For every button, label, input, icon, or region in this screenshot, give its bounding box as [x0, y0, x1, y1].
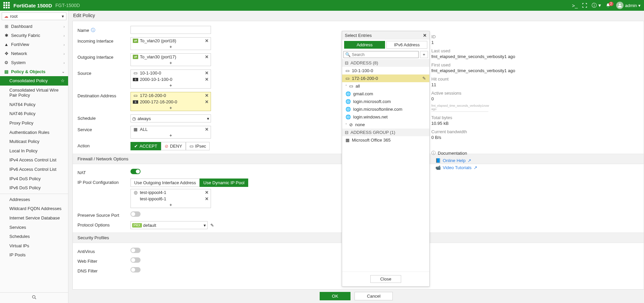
popup-item-10-1-100-0[interactable]: ▭10-1-100-0: [342, 67, 429, 74]
sidebar-item-consolidated-policy[interactable]: Consolidated Policy☆: [0, 76, 68, 86]
sidebar-item-proxy-policy[interactable]: Proxy Policy: [0, 118, 68, 128]
popup-close-button[interactable]: Close: [370, 275, 401, 283]
popup-item-login-microsoft-com[interactable]: 🌐login.microsoft.com: [342, 98, 429, 105]
use-outgoing-address-button[interactable]: Use Outgoing Interface Address: [130, 179, 200, 187]
tab-address[interactable]: Address: [344, 41, 385, 49]
add-outgoing-button[interactable]: +: [131, 60, 211, 66]
remove-icon[interactable]: ✕: [205, 99, 209, 104]
popup-item-login-windows-net[interactable]: 🌐login.windows.net: [342, 113, 429, 121]
webfilter-toggle[interactable]: [130, 257, 141, 263]
star-icon[interactable]: ☆: [61, 78, 65, 84]
add-service-button[interactable]: +: [131, 133, 211, 138]
outgoing-interface-box[interactable]: ⇄ To_vlan30 (port17) ✕ +: [130, 53, 211, 66]
ippool-box[interactable]: ◎test-ippool4-1✕ test-ippool6-1✕ +: [130, 189, 211, 208]
ok-button[interactable]: OK: [320, 292, 351, 300]
video-tutorials-link[interactable]: 📹 Video Tutorials ↗: [435, 165, 525, 170]
sidebar-item-multicast-policy[interactable]: Multicast Policy: [0, 137, 68, 146]
schedule-select[interactable]: ◷ always ▾: [130, 114, 211, 122]
sidebar-item-addresses[interactable]: Addresses: [0, 195, 68, 204]
nav-item-policy-objects[interactable]: ▤Policy & Objects⌄: [0, 67, 68, 76]
incoming-interface-box[interactable]: ⇄ To_vlan20 (port18) ✕ +: [130, 37, 211, 50]
remove-icon[interactable]: ✕: [205, 54, 209, 59]
address-grp-header[interactable]: ⊟ ADDRESS GROUP (1): [342, 129, 429, 136]
remove-icon[interactable]: ✕: [205, 196, 209, 201]
tab-ipv6-address[interactable]: IPv6 Address: [386, 41, 427, 49]
destination-box[interactable]: ▭172-16-200-0✕ 62000-172-16-200-0✕ +: [130, 92, 211, 111]
dnsfilter-label: DNS Filter: [77, 268, 98, 273]
search-icon: 🔍: [345, 52, 351, 57]
sidebar-item-schedules[interactable]: Schedules: [0, 232, 68, 241]
svg-rect-3: [3, 4, 5, 6]
sidebar-item-ipv-dos-policy[interactable]: IPv6 DoS Policy: [0, 183, 68, 193]
nav-item-fortiview[interactable]: ▲FortiView›: [0, 40, 68, 49]
accept-button[interactable]: ✔ACCEPT: [130, 142, 161, 150]
online-help-link[interactable]: 📘 Online Help ↗: [435, 158, 525, 163]
ipv6-address-icon: 6: [133, 100, 138, 104]
popup-item-none[interactable]: *⊘none: [342, 121, 429, 129]
deny-button[interactable]: ⊘DENY: [161, 142, 186, 150]
remove-icon[interactable]: ✕: [205, 93, 209, 98]
name-input[interactable]: [130, 26, 211, 34]
popup-item-gmail-com[interactable]: 🌐gmail.com: [342, 90, 429, 98]
sidebar-item-wildcard-fqdn-addresses[interactable]: Wildcard FQDN Addresses: [0, 204, 68, 213]
remove-icon[interactable]: ✕: [205, 77, 209, 82]
use-dynamic-pool-button[interactable]: Use Dynamic IP Pool: [200, 179, 248, 187]
book-icon: 📘: [435, 158, 441, 163]
destination-label: Destination Address: [77, 93, 116, 98]
sidebar-item-ipv-access-control-list[interactable]: IPv6 Access Control List: [0, 165, 68, 174]
preserve-port-toggle[interactable]: [130, 211, 141, 217]
help-icon[interactable]: ⓘ ▾: [592, 2, 601, 9]
add-source-button[interactable]: +: [131, 83, 211, 88]
cli-icon[interactable]: >_: [572, 3, 578, 8]
dnsfilter-toggle[interactable]: [130, 267, 141, 272]
nav-item-network[interactable]: ✥Network›: [0, 49, 68, 58]
antivirus-toggle[interactable]: [130, 248, 141, 253]
sidebar-item-services[interactable]: Services: [0, 223, 68, 232]
sidebar-item-internet-service-database[interactable]: Internet Service Database: [0, 213, 68, 223]
remove-icon[interactable]: ✕: [205, 38, 209, 43]
sidebar-item-consolidated-virtual-wire-pair-policy[interactable]: Consolidated Virtual Wire Pair Policy: [0, 86, 68, 100]
edit-icon[interactable]: ✎: [422, 76, 426, 81]
popup-item-microsoft-office-365[interactable]: ▦Microsoft Office 365: [342, 136, 429, 144]
fullscreen-icon[interactable]: [582, 3, 587, 8]
avatar-icon[interactable]: [616, 2, 624, 9]
protocol-select[interactable]: PRX default ▾: [130, 221, 208, 229]
edit-protocol-icon[interactable]: ✎: [210, 223, 214, 228]
notification-bell-icon[interactable]: 2: [606, 3, 610, 8]
admin-menu-caret-icon[interactable]: ▾: [638, 3, 641, 8]
popup-search-input[interactable]: [352, 52, 417, 57]
sidebar-item-ipv-access-control-list[interactable]: IPv4 Access Control List: [0, 155, 68, 165]
popup-item-all[interactable]: *▭all: [342, 82, 429, 90]
remove-icon[interactable]: ✕: [205, 190, 209, 195]
nav-item-dashboard[interactable]: ⊞Dashboard›: [0, 22, 68, 31]
address-group-header[interactable]: ⊟ ADDRESS (8): [342, 59, 429, 67]
sidebar-item-ip-pools[interactable]: IP Pools: [0, 250, 68, 260]
remove-icon[interactable]: ✕: [205, 70, 209, 75]
add-destination-button[interactable]: +: [131, 105, 211, 111]
popup-search-box[interactable]: 🔍: [343, 51, 419, 58]
sidebar-item-nat-policy[interactable]: NAT64 Policy: [0, 100, 68, 109]
remove-icon[interactable]: ✕: [205, 127, 209, 132]
sidebar-item-nat-policy[interactable]: NAT46 Policy: [0, 109, 68, 118]
sidebar-item-authentication-rules[interactable]: Authentication Rules: [0, 128, 68, 137]
popup-add-button[interactable]: +: [420, 51, 428, 58]
nat-toggle[interactable]: [130, 169, 141, 174]
popup-item-172-16-200-0[interactable]: ▭172-16-200-0✎: [342, 74, 429, 82]
info-icon[interactable]: ⓘ: [91, 27, 95, 33]
nav-item-security-fabric[interactable]: ✱Security Fabric›: [0, 31, 68, 40]
source-box[interactable]: ▭10-1-100-0✕ 62000-10-1-100-0✕ +: [130, 69, 211, 89]
sidebar-item-local-in-policy[interactable]: Local In Policy: [0, 146, 68, 156]
popup-item-login-microsoftonline-com[interactable]: 🌐login.microsoftonline.com: [342, 105, 429, 113]
sidebar-search-icon[interactable]: [0, 292, 68, 303]
close-popup-icon[interactable]: ✕: [423, 33, 427, 38]
add-incoming-button[interactable]: +: [131, 44, 211, 50]
add-ippool-button[interactable]: +: [131, 202, 211, 208]
cancel-button[interactable]: Cancel: [355, 292, 393, 300]
admin-name[interactable]: admin: [625, 3, 637, 8]
vdom-selector[interactable]: ☁ root ▾: [2, 12, 66, 20]
sidebar-item-ipv-dos-policy[interactable]: IPv4 DoS Policy: [0, 174, 68, 184]
service-box[interactable]: ▦ALL✕ +: [130, 126, 211, 139]
sidebar-item-virtual-ips[interactable]: Virtual IPs: [0, 241, 68, 251]
nav-item-system[interactable]: ⚙System›: [0, 58, 68, 67]
ipsec-button[interactable]: ▭IPsec: [186, 142, 210, 150]
